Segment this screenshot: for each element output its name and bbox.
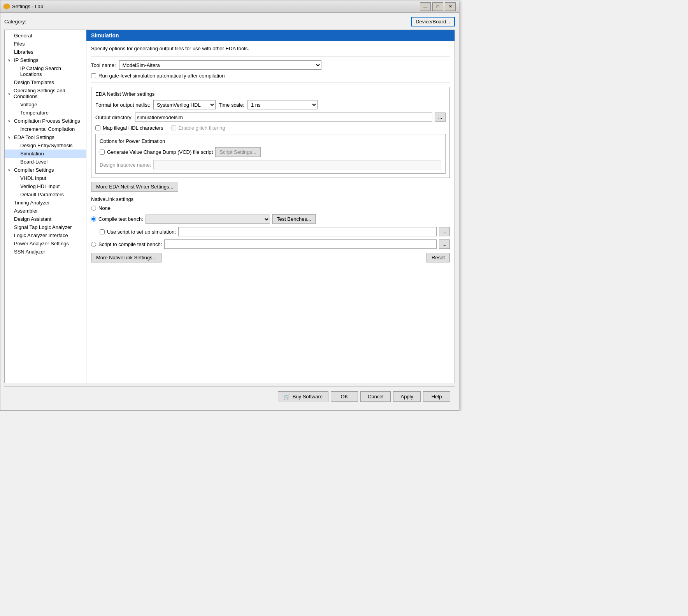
none-radio[interactable] xyxy=(91,206,96,211)
output-dir-browse-btn[interactable]: ... xyxy=(435,113,446,122)
design-instance-label: Design instance name: xyxy=(100,162,151,168)
sidebar-item-ip-catalog[interactable]: IP Catalog Search Locations xyxy=(5,64,86,78)
eda-netlist-title: EDA Netlist Writer settings xyxy=(95,91,446,97)
sidebar-item-incremental[interactable]: Incremental Compilation xyxy=(5,125,86,133)
run-gate-label: Run gate-level simulation automatically … xyxy=(98,73,225,79)
description-text: Specify options for generating output fi… xyxy=(91,46,450,51)
none-radio-row: None xyxy=(91,205,450,211)
sidebar-item-vhdl[interactable]: VHDL Input xyxy=(5,174,86,182)
none-label: None xyxy=(98,205,111,211)
script-compile-input[interactable] xyxy=(164,239,437,249)
tool-name-label: Tool name: xyxy=(91,62,116,68)
sidebar-item-compiler-settings[interactable]: ∨ Compiler Settings xyxy=(5,166,86,174)
sidebar-item-timing-analyzer[interactable]: Timing Analyzer xyxy=(5,199,86,207)
run-gate-simulation-row: Run gate-level simulation automatically … xyxy=(91,73,450,79)
format-row: Format for output netlist: SystemVerilog… xyxy=(95,100,446,109)
run-gate-checkbox[interactable] xyxy=(91,73,96,78)
minimize-button[interactable]: — xyxy=(420,2,431,11)
buy-software-btn[interactable]: 🛒 Buy Software xyxy=(278,391,328,402)
ok-btn[interactable]: OK xyxy=(331,391,358,402)
enable-glitch-row: Enable glitch filtering xyxy=(171,125,225,131)
sidebar-item-operating-settings[interactable]: ∨ Operating Settings and Conditions xyxy=(5,86,86,100)
sidebar-item-logic-analyzer[interactable]: Logic Analyzer Interface xyxy=(5,231,86,239)
use-script-browse-btn[interactable]: ... xyxy=(439,227,450,236)
category-label: Category: xyxy=(4,19,26,25)
output-dir-row: Output directory: ... xyxy=(95,113,446,122)
enable-glitch-checkbox[interactable] xyxy=(171,125,176,130)
sidebar-item-ssn-analyzer[interactable]: SSN Analyzer xyxy=(5,248,86,256)
right-panel: Simulation Specify options for generatin… xyxy=(86,30,455,383)
top-bar: Category: Device/Board... xyxy=(4,17,455,26)
sidebar-item-compilation[interactable]: ∨ Compilation Process Settings xyxy=(5,117,86,125)
main-panel: General Files Libraries ∨ IP Settings IP… xyxy=(4,30,455,383)
help-btn[interactable]: Help xyxy=(423,391,450,402)
section-content: Specify options for generating output fi… xyxy=(86,41,455,383)
sidebar-item-signal-tap[interactable]: Signal Tap Logic Analyzer xyxy=(5,223,86,231)
compile-tb-label: Compile test bench: xyxy=(98,216,143,222)
vcd-label: Generate Value Change Dump (VCD) file sc… xyxy=(107,149,213,155)
sidebar-item-general[interactable]: General xyxy=(5,32,86,40)
tool-name-select[interactable]: ModelSim-Altera ModelSim QuestaSim VCS N… xyxy=(119,60,321,70)
use-script-row: Use script to set up simulation: ... xyxy=(91,227,450,236)
sidebar-item-default-params[interactable]: Default Parameters xyxy=(5,190,86,199)
sidebar-item-ip-settings[interactable]: ∨ IP Settings xyxy=(5,56,86,64)
title-bar: Settings - Lab — □ ✕ xyxy=(0,0,459,13)
cancel-btn[interactable]: Cancel xyxy=(360,391,391,402)
timescale-label: Time scale: xyxy=(219,102,244,108)
eda-netlist-section: EDA Netlist Writer settings Format for o… xyxy=(91,87,450,178)
sidebar-item-simulation[interactable]: Simulation xyxy=(5,150,86,158)
sidebar-item-verilog[interactable]: Verilog HDL Input xyxy=(5,182,86,190)
script-compile-browse-btn[interactable]: ... xyxy=(439,239,450,249)
maximize-button[interactable]: □ xyxy=(432,2,443,11)
expand-icon-compilation: ∨ xyxy=(8,119,12,123)
sidebar-item-temperature[interactable]: Temperature xyxy=(5,109,86,117)
device-board-button[interactable]: Device/Board... xyxy=(411,17,455,26)
timescale-select[interactable]: 1 ns 1 ps 10 ns 100 ns xyxy=(247,100,318,109)
nativelink-section: NativeLink settings None Compile test be… xyxy=(91,196,450,249)
use-script-input[interactable] xyxy=(178,227,437,236)
cart-icon: 🛒 xyxy=(284,394,290,400)
sidebar-item-design-entry[interactable]: Design Entry/Synthesis xyxy=(5,141,86,150)
compile-tb-select[interactable] xyxy=(146,215,270,224)
window-controls: — □ ✕ xyxy=(420,2,456,11)
more-eda-settings-btn[interactable]: More EDA Netlist Writer Settings... xyxy=(91,182,178,192)
section-header: Simulation xyxy=(86,30,455,41)
script-compile-radio[interactable] xyxy=(91,242,96,247)
expand-icon-operating: ∨ xyxy=(8,92,12,96)
sidebar-item-files[interactable]: Files xyxy=(5,40,86,48)
apply-btn[interactable]: Apply xyxy=(393,391,421,402)
sidebar-item-design-assistant[interactable]: Design Assistant xyxy=(5,215,86,223)
sidebar-item-assembler[interactable]: Assembler xyxy=(5,207,86,215)
sidebar-item-board-level[interactable]: Board-Level xyxy=(5,158,86,166)
script-settings-btn[interactable]: Script Settings... xyxy=(215,147,261,157)
sidebar-item-voltage[interactable]: Voltage xyxy=(5,100,86,109)
design-instance-row: Design instance name: xyxy=(100,160,441,169)
output-dir-input[interactable] xyxy=(135,113,432,122)
sidebar-item-libraries[interactable]: Libraries xyxy=(5,48,86,56)
close-button[interactable]: ✕ xyxy=(445,2,456,11)
vcd-row: Generate Value Change Dump (VCD) file sc… xyxy=(100,147,441,157)
map-illegal-checkbox[interactable] xyxy=(95,125,100,130)
format-label: Format for output netlist: xyxy=(95,102,150,108)
compile-tb-row: Compile test bench: Test Benches... xyxy=(91,214,450,224)
use-script-label: Use script to set up simulation: xyxy=(107,229,176,235)
sidebar: General Files Libraries ∨ IP Settings IP… xyxy=(5,30,86,383)
design-instance-input[interactable] xyxy=(153,160,441,169)
sidebar-item-design-templates[interactable]: Design Templates xyxy=(5,78,86,86)
expand-icon-eda: ∨ xyxy=(8,135,12,139)
app-icon xyxy=(4,4,10,10)
more-native-reset-row: More NativeLink Settings... Reset xyxy=(91,253,450,262)
sidebar-item-power-analyzer[interactable]: Power Analyzer Settings xyxy=(5,239,86,248)
reset-btn[interactable]: Reset xyxy=(426,253,450,262)
sidebar-item-eda-tool[interactable]: ∨ EDA Tool Settings xyxy=(5,133,86,141)
format-select[interactable]: SystemVerilog HDL VHDL Verilog HDL xyxy=(153,100,216,109)
use-script-checkbox[interactable] xyxy=(100,229,105,234)
window-title: Settings - Lab xyxy=(12,4,420,9)
test-benches-btn[interactable]: Test Benches... xyxy=(272,214,316,224)
tool-name-row: Tool name: ModelSim-Altera ModelSim Ques… xyxy=(91,60,450,70)
more-native-btn[interactable]: More NativeLink Settings... xyxy=(91,253,161,262)
power-est-title: Options for Power Estimation xyxy=(100,138,441,144)
compile-tb-radio[interactable] xyxy=(91,216,96,222)
map-illegal-label: Map illegal HDL characters xyxy=(103,125,163,131)
vcd-checkbox[interactable] xyxy=(100,150,105,155)
